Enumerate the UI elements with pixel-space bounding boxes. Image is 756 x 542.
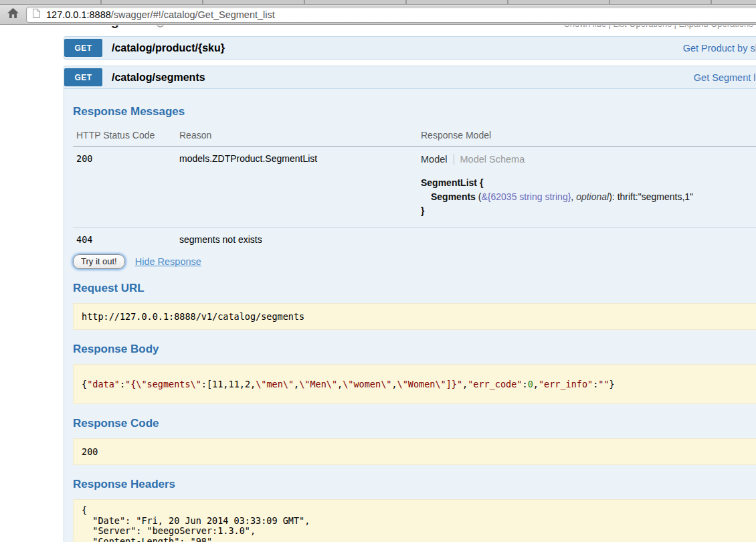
status-code-404: 404	[73, 234, 179, 245]
request-url-value: http://127.0.0.1:8888/v1/catalog/segment…	[73, 303, 756, 330]
request-url-heading: Request URL	[73, 282, 756, 295]
url-host: 127.0.0.1:8888	[46, 9, 111, 20]
operation-path: /catalog/segments	[112, 72, 205, 84]
reason-200: models.ZDTProduct.SegmentList	[179, 153, 421, 218]
response-messages-heading: Response Messages	[73, 105, 756, 118]
resource-loading-icon	[156, 25, 165, 27]
response-body-heading: Response Body	[73, 343, 756, 356]
response-code-value: 200	[73, 438, 756, 465]
home-icon	[7, 7, 19, 21]
hide-response-link[interactable]: Hide Response	[135, 256, 201, 267]
property-name: Segments	[431, 191, 476, 202]
operation-row-get-product[interactable]: GET /catalog/product/{sku} Get Product b…	[64, 36, 756, 60]
home-button[interactable]	[5, 7, 21, 22]
operation-summary-link[interactable]: Get Product by sku	[683, 43, 756, 54]
tab-separator	[454, 154, 454, 165]
reason-404: segments not exists	[179, 234, 421, 245]
response-code-heading: Response Code	[73, 417, 756, 430]
operation-path: /catalog/product/{sku}	[112, 42, 225, 54]
actions-row: Try it out! Hide Response	[73, 254, 756, 269]
model-close-brace: }	[421, 204, 756, 218]
operation-expanded-panel: Response Messages HTTP Status Code Reaso…	[64, 89, 756, 542]
swagger-content: catalog Show/Hide | List Operations | Ex…	[64, 25, 756, 542]
browser-tab-strip[interactable]	[0, 0, 756, 5]
resource-header-clipped: catalog Show/Hide | List Operations | Ex…	[64, 25, 756, 33]
model-type-link[interactable]: &{62035 string string}	[481, 191, 571, 202]
col-response-model: Response Model	[421, 130, 756, 141]
tab-model[interactable]: Model	[421, 154, 448, 165]
get-method-badge[interactable]: GET	[64, 39, 102, 57]
resource-option-links[interactable]: Show/Hide | List Operations | Expand Ope…	[564, 25, 756, 29]
operation-row-get-segments[interactable]: GET /catalog/segments Get Segment list	[64, 66, 756, 89]
response-headers-heading: Response Headers	[73, 478, 756, 491]
table-row-200: 200 models.ZDTProduct.SegmentList Model …	[73, 147, 756, 228]
response-body-value: {"data":"{\"segments\":[11,11,2,\"men\",…	[73, 364, 756, 404]
status-code-200: 200	[73, 153, 179, 218]
url-path: /swagger/#!/catalog/Get_Segment_list	[111, 9, 275, 20]
col-http-status-code: HTTP Status Code	[73, 130, 179, 141]
model-property: Segments (&{62035 string string}, option…	[421, 190, 756, 204]
operation-summary-link[interactable]: Get Segment list	[694, 72, 756, 83]
property-comma: ,	[571, 191, 576, 202]
resource-title[interactable]: catalog	[72, 25, 119, 29]
col-reason: Reason	[179, 130, 421, 141]
table-row-404: 404 segments not exists	[73, 228, 756, 248]
try-it-out-button[interactable]: Try it out!	[73, 254, 125, 269]
model-signature: SegmentList { Segments (&{62035 string s…	[421, 176, 756, 218]
response-messages-table: HTTP Status Code Reason Response Model 2…	[73, 126, 756, 248]
browser-chrome: 127.0.0.1:8888/swagger/#!/catalog/Get_Se…	[0, 0, 756, 25]
response-headers-value: { "Date": "Fri, 20 Jun 2014 03:33:09 GMT…	[73, 499, 756, 542]
page-icon	[32, 8, 41, 21]
table-header-row: HTTP Status Code Reason Response Model	[73, 126, 756, 147]
model-name: SegmentList {	[421, 176, 756, 190]
property-close-paren: ):	[609, 191, 617, 202]
response-model-cell: Model Model Schema SegmentList { Segment…	[421, 153, 756, 218]
url-text: 127.0.0.1:8888/swagger/#!/catalog/Get_Se…	[46, 9, 275, 20]
tab-model-schema[interactable]: Model Schema	[460, 154, 525, 165]
model-tabs: Model Model Schema	[421, 154, 756, 165]
browser-toolbar: 127.0.0.1:8888/swagger/#!/catalog/Get_Se…	[0, 5, 756, 25]
property-annotation: thrift:"segments,1"	[618, 191, 693, 202]
property-optional-flag: optional	[576, 191, 609, 202]
get-method-badge[interactable]: GET	[64, 68, 102, 86]
address-bar[interactable]: 127.0.0.1:8888/swagger/#!/catalog/Get_Se…	[26, 7, 756, 23]
